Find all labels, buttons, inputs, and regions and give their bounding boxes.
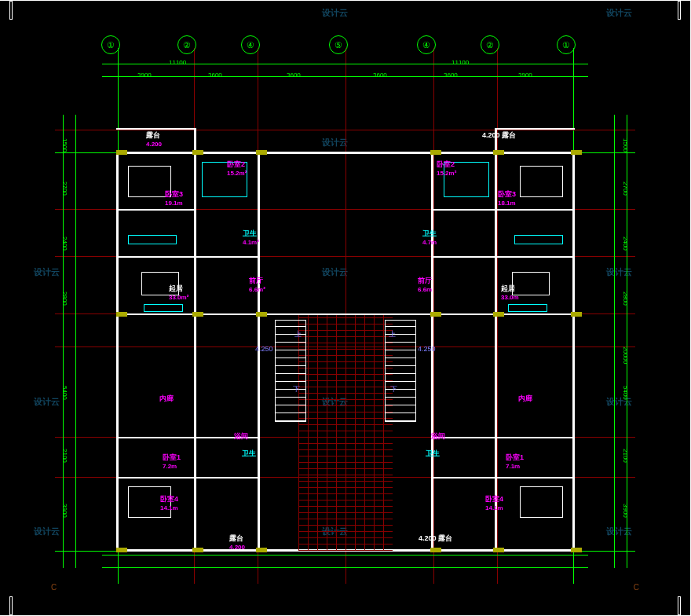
dimension-text: 3900 [622,504,629,518]
grid-bubble: ② [481,35,499,54]
column-marker [430,150,441,155]
room-label: 卧室318.1m [498,189,516,207]
grid-bubble: ⑤ [329,35,348,54]
grid-bubble: ② [177,35,196,54]
room-label: 卧室414.1m [485,494,503,512]
room-label: 卧室414.1m [160,494,178,512]
dimension-text: 2400 [622,236,629,251]
column-marker [192,150,203,155]
dimension-text: 2700 [622,182,629,196]
dimension-text: 3900 [61,504,68,518]
dimension-text: 3600 [287,72,301,79]
dim-line [614,115,615,568]
dimension-text: 1500 [61,138,68,152]
room-label: 露台4.200 [229,534,245,551]
room-label: 卧室17.2m [163,453,181,470]
column-marker [192,548,203,552]
column-marker [571,548,582,552]
notch-top-left [9,1,13,20]
column-marker [430,548,441,552]
dimension-text: 2800 [61,292,68,306]
dimension-text: 3600 [444,72,458,79]
room-label: 卧室17.1m [506,453,524,470]
room-label: 前厅6.6m² [249,276,265,293]
dimension-text: 1500 [622,138,629,152]
grid-bubble: ① [101,35,120,54]
column-marker [493,548,504,552]
elevation-label: 下 [390,384,397,394]
sofa [144,304,183,312]
room-label: 卫生4.1m² [243,229,259,246]
grid-line-horizontal [55,130,635,130]
room-label: 前厅6.6m [418,276,432,293]
column-marker [571,150,582,155]
room-label: 4.200 露台 [419,534,452,544]
column-marker [116,312,127,317]
bed [520,166,563,197]
elevation-label: 上 [389,329,396,339]
dimension-text: 2800 [622,292,629,306]
dimension-text: 20000 [622,346,629,364]
room-label: 露台4.200 [146,130,162,148]
column-marker [571,312,582,317]
watermark-text: 设计云 [606,266,632,278]
elevation-label: 上 [294,329,302,339]
cad-floorplan: 设计云设计云设计云设计云设计云设计云设计云设计云设计云设计云设计云设计云 ①②④… [0,0,691,616]
bed [520,486,563,518]
dimension-text: 2100 [622,449,629,463]
dimension-text: 2100 [61,449,68,463]
watermark-text: 设计云 [34,266,60,278]
watermark-text: 设计云 [322,266,348,278]
room-label: 内廊 [518,394,532,404]
wardrobe [514,235,563,244]
room-label: 浴间 [234,431,248,442]
column-marker [192,312,203,317]
room-label: 卧室215.2m² [437,160,456,177]
column-marker [256,150,267,155]
dimension-text: 2700 [61,182,68,196]
grid-bubble: ① [557,35,576,54]
watermark-text: 设计云 [34,526,60,537]
notch-top-right [678,1,681,20]
dim-line [102,76,588,77]
room-label: 浴间 [431,431,445,442]
watermark-text: 设计云 [322,137,348,148]
grid-bubble: ④ [241,35,260,54]
dimension-text: 11100 [452,59,469,66]
dimension-text: 2400 [61,236,68,251]
dim-line [102,567,588,568]
watermark-text: 设计云 [606,7,632,19]
watermark-text: 设计云 [606,526,632,537]
room-label: 卧室319.1m [165,189,183,207]
elevation-label: 下 [293,384,300,394]
column-marker [256,312,267,317]
dimension-text: 5400 [61,386,68,400]
corner-mark: C [51,583,57,592]
room-label: 起居33.0m² [169,284,188,301]
stair-left [275,320,306,422]
room-label: 卫生 [426,449,440,459]
room-label: 卫生4.7m [422,229,437,246]
room-label: 卫生 [242,449,256,459]
elevation-label: 4.250 [255,345,273,353]
elevation-label: 4.250 [418,345,436,353]
dim-line [75,115,76,568]
sofa [508,304,547,312]
room-label: 内廊 [159,394,174,404]
room-label: 4.200 露台 [482,130,516,141]
notch-bottom-left [9,596,13,615]
dimension-text: 3600 [373,72,387,79]
column-marker [430,312,441,317]
corner-mark: C [634,583,639,592]
central-stair-hatch [298,315,393,551]
dim-line [102,555,588,556]
wardrobe [128,235,177,244]
room-label: 卧室215.2m² [227,160,247,177]
grid-bubble: ④ [417,35,436,54]
dimension-text: 3900 [137,72,152,79]
room-label: 起居33.0m [501,284,519,301]
column-marker [116,548,127,552]
dimension-text: 3900 [518,72,532,79]
dimension-text: 5400 [622,386,629,400]
dimension-text: 11100 [169,59,186,66]
